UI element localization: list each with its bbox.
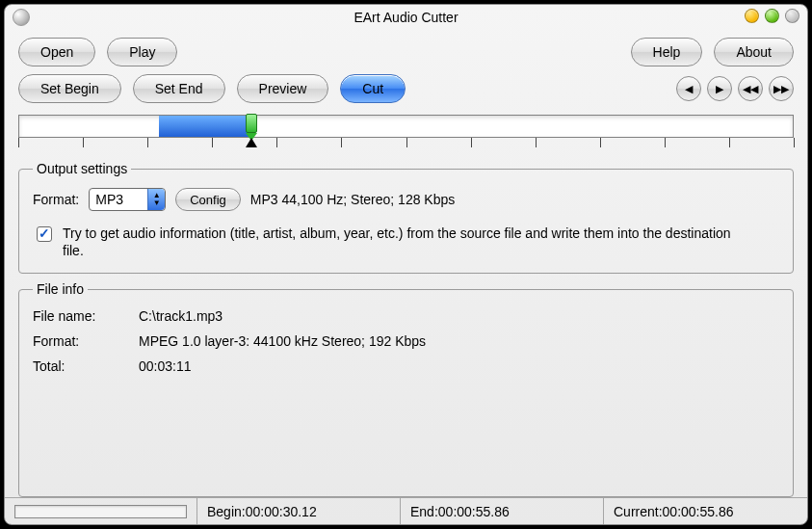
window-title: EArt Audio Cutter [5, 10, 807, 25]
preview-button[interactable]: Preview [237, 74, 329, 103]
file-info-legend: File info [33, 281, 88, 297]
fast-forward-icon: ▶▶ [773, 83, 789, 95]
filename-value: C:\track1.mp3 [139, 308, 779, 324]
next-button[interactable]: ▶ [707, 76, 732, 101]
ruler-tick [471, 138, 472, 147]
fast-forward-button[interactable]: ▶▶ [769, 76, 794, 101]
format-label: Format: [33, 192, 79, 207]
titlebar: EArt Audio Cutter [5, 5, 807, 30]
arrow-right-icon: ▶ [716, 83, 723, 95]
rewind-icon: ◀◀ [743, 83, 758, 95]
timeline-handle[interactable] [245, 114, 258, 141]
ruler-tick [18, 138, 19, 147]
ruler-tick [83, 138, 84, 147]
status-current: Current: 00:00:55.86 [604, 498, 807, 524]
cut-button[interactable]: Cut [340, 74, 406, 103]
status-end-label: End: [410, 504, 438, 519]
filename-label: File name: [33, 308, 139, 324]
about-button[interactable]: About [714, 38, 794, 66]
help-button[interactable]: Help [631, 38, 703, 66]
status-current-value: 00:00:55.86 [663, 504, 734, 519]
prev-button[interactable]: ◀ [676, 76, 701, 101]
output-settings-legend: Output settings [33, 161, 131, 176]
minimize-button[interactable] [745, 9, 759, 23]
ruler-tick [341, 138, 342, 147]
set-begin-button[interactable]: Set Begin [18, 74, 121, 103]
status-end-value: 00:00:55.86 [438, 504, 510, 519]
maximize-button[interactable] [765, 9, 779, 23]
fileformat-value: MPEG 1.0 layer-3: 44100 kHz Stereo; 192 … [139, 333, 779, 349]
ruler-tick [147, 138, 148, 147]
app-icon [13, 9, 30, 26]
window-controls [745, 9, 799, 23]
ruler-tick [729, 138, 730, 147]
ruler-tick [536, 138, 537, 147]
status-begin: Begin: 00:00:30.12 [197, 498, 401, 524]
ruler-tick [212, 138, 213, 147]
timeline-cursor-icon [246, 138, 257, 147]
copy-tags-label[interactable]: Try to get audio information (title, art… [63, 225, 737, 259]
edit-toolbar: Set Begin Set End Preview Cut ◀ ▶ ◀◀ ▶▶ [18, 74, 794, 103]
app-window: EArt Audio Cutter Open Play Help About S… [4, 4, 808, 525]
total-label: Total: [33, 358, 139, 374]
ruler-tick [794, 138, 795, 147]
ruler-tick [406, 138, 407, 147]
ruler-tick [276, 138, 277, 147]
ruler-tick [665, 138, 666, 147]
timeline-track[interactable] [18, 115, 794, 138]
rewind-button[interactable]: ◀◀ [738, 76, 763, 101]
config-button[interactable]: Config [175, 188, 241, 211]
top-toolbar: Open Play Help About [18, 38, 794, 66]
fileformat-label: Format: [33, 333, 139, 349]
total-value: 00:03:11 [139, 358, 779, 374]
status-end: End: 00:00:55.86 [401, 498, 604, 524]
copy-tags-checkbox[interactable] [37, 226, 52, 242]
file-info-group: File info File name: C:\track1.mp3 Forma… [18, 281, 794, 497]
ruler-tick [600, 138, 601, 147]
arrow-left-icon: ◀ [685, 83, 693, 95]
format-description: MP3 44,100 Hz; Stereo; 128 Kbps [250, 192, 455, 207]
set-end-button[interactable]: Set End [133, 74, 225, 103]
output-settings-group: Output settings Format: MP3 ▲▼ Config MP… [18, 161, 794, 274]
timeline-ruler [18, 138, 794, 153]
status-progress-cell [5, 498, 197, 524]
open-button[interactable]: Open [18, 38, 95, 66]
select-stepper-icon: ▲▼ [147, 189, 165, 210]
status-current-label: Current: [614, 504, 663, 519]
format-select-value: MP3 [95, 192, 123, 207]
format-select[interactable]: MP3 ▲▼ [89, 188, 166, 211]
status-bar: Begin: 00:00:30.12 End: 00:00:55.86 Curr… [5, 497, 807, 524]
close-button[interactable] [785, 9, 799, 23]
play-button[interactable]: Play [107, 38, 177, 66]
status-begin-value: 00:00:30.12 [246, 504, 317, 519]
progress-bar [14, 505, 187, 518]
status-begin-label: Begin: [207, 504, 246, 519]
timeline-selection [159, 116, 251, 137]
